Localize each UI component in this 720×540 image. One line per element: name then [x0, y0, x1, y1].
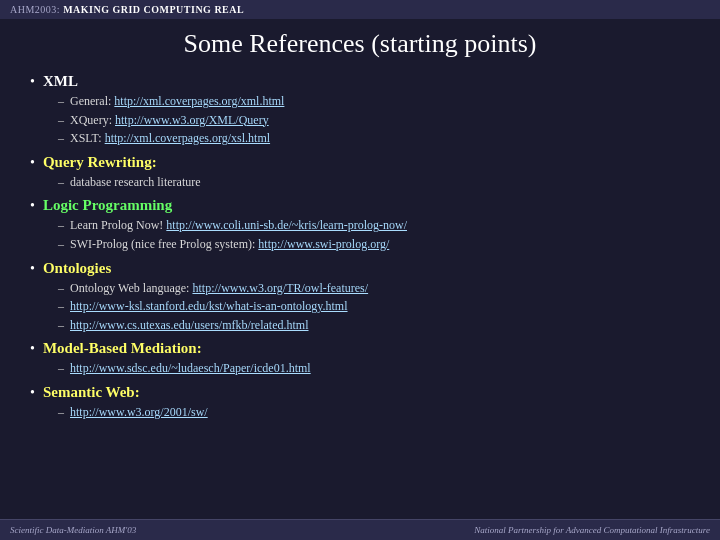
main-content: Some References (starting points) • XML …: [0, 19, 720, 436]
bullet-dot-3: •: [30, 198, 35, 214]
top-bar: AHM2003: MAKING GRID COMPUTING REAL: [0, 0, 720, 19]
ontologies-header: • Ontologies: [30, 260, 690, 277]
page-title: Some References (starting points): [30, 29, 690, 59]
footer: Scientific Data-Mediation AHM'03 Nationa…: [0, 519, 720, 540]
logic-programming-title: Logic Programming: [43, 197, 172, 214]
model-link-1[interactable]: http://www.sdsc.edu/~ludaesch/Paper/icde…: [70, 359, 311, 378]
semantic-web-subitems: – http://www.w3.org/2001/sw/: [30, 403, 690, 422]
model-based-mediation-title: Model-Based Mediation:: [43, 340, 202, 357]
logic-link-2[interactable]: http://www.swi-prolog.org/: [258, 237, 389, 251]
ontologies-subitems: – Ontology Web language: http://www.w3.o…: [30, 279, 690, 335]
ontologies-item-3: – http://www.cs.utexas.edu/users/mfkb/re…: [58, 316, 690, 335]
ontologies-item-2: – http://www-ksl.stanford.edu/kst/what-i…: [58, 297, 690, 316]
xml-header: • XML: [30, 73, 690, 90]
section-xml: • XML – General: http://xml.coverpages.o…: [30, 73, 690, 148]
logic-link-1[interactable]: http://www.coli.uni-sb.de/~kris/learn-pr…: [166, 218, 407, 232]
section-ontologies: • Ontologies – Ontology Web language: ht…: [30, 260, 690, 335]
bullet-dot-2: •: [30, 155, 35, 171]
section-model-based-mediation: • Model-Based Mediation: – http://www.sd…: [30, 340, 690, 378]
logic-programming-header: • Logic Programming: [30, 197, 690, 214]
semantic-web-header: • Semantic Web:: [30, 384, 690, 401]
xml-item-2: – XQuery: http://www.w3.org/XML/Query: [58, 111, 690, 130]
ontologies-link-2[interactable]: http://www-ksl.stanford.edu/kst/what-is-…: [70, 297, 348, 316]
topbar-prefix: AHM2003:: [10, 4, 63, 15]
xml-link-3[interactable]: http://xml.coverpages.org/xsl.html: [105, 131, 270, 145]
query-rewriting-header: • Query Rewriting:: [30, 154, 690, 171]
topbar-title: MAKING GRID COMPUTING REAL: [63, 4, 244, 15]
query-rewriting-subitems: – database research literature: [30, 173, 690, 192]
logic-programming-subitems: – Learn Prolog Now! http://www.coli.uni-…: [30, 216, 690, 253]
section-query-rewriting: • Query Rewriting: – database research l…: [30, 154, 690, 192]
semantic-web-title: Semantic Web:: [43, 384, 140, 401]
xml-item-1: – General: http://xml.coverpages.org/xml…: [58, 92, 690, 111]
ontologies-link-1[interactable]: http://www.w3.org/TR/owl-features/: [192, 281, 368, 295]
footer-left: Scientific Data-Mediation AHM'03: [10, 525, 136, 535]
xml-title: XML: [43, 73, 78, 90]
semantic-item-1: – http://www.w3.org/2001/sw/: [58, 403, 690, 422]
section-logic-programming: • Logic Programming – Learn Prolog Now! …: [30, 197, 690, 253]
bullet-dot-5: •: [30, 341, 35, 357]
ontologies-item-1: – Ontology Web language: http://www.w3.o…: [58, 279, 690, 298]
query-rewriting-title: Query Rewriting:: [43, 154, 157, 171]
xml-item-3: – XSLT: http://xml.coverpages.org/xsl.ht…: [58, 129, 690, 148]
bullet-dot: •: [30, 74, 35, 90]
logic-item-2: – SWI-Prolog (nice free Prolog system): …: [58, 235, 690, 254]
semantic-link-1[interactable]: http://www.w3.org/2001/sw/: [70, 403, 208, 422]
query-rewriting-item-1: – database research literature: [58, 173, 690, 192]
xml-link-1[interactable]: http://xml.coverpages.org/xml.html: [114, 94, 284, 108]
model-based-mediation-header: • Model-Based Mediation:: [30, 340, 690, 357]
ontologies-title: Ontologies: [43, 260, 111, 277]
bullet-dot-4: •: [30, 261, 35, 277]
section-semantic-web: • Semantic Web: – http://www.w3.org/2001…: [30, 384, 690, 422]
xml-link-2[interactable]: http://www.w3.org/XML/Query: [115, 113, 269, 127]
ontologies-link-3[interactable]: http://www.cs.utexas.edu/users/mfkb/rela…: [70, 316, 309, 335]
model-based-mediation-subitems: – http://www.sdsc.edu/~ludaesch/Paper/ic…: [30, 359, 690, 378]
xml-subitems: – General: http://xml.coverpages.org/xml…: [30, 92, 690, 148]
bullet-dot-6: •: [30, 385, 35, 401]
model-item-1: – http://www.sdsc.edu/~ludaesch/Paper/ic…: [58, 359, 690, 378]
logic-item-1: – Learn Prolog Now! http://www.coli.uni-…: [58, 216, 690, 235]
footer-right: National Partnership for Advanced Comput…: [474, 525, 710, 535]
